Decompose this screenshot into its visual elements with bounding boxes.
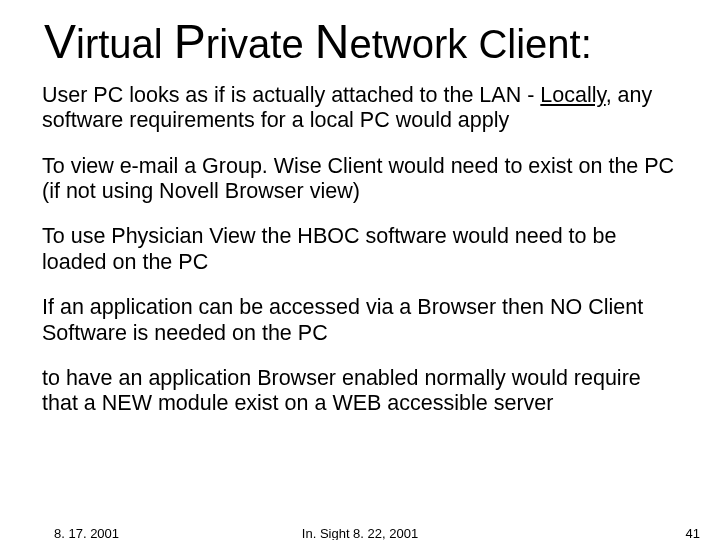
footer-center: In. Sight 8. 22, 2001 bbox=[0, 526, 720, 540]
paragraph-3: To use Physician View the HBOC software … bbox=[42, 224, 678, 275]
paragraph-1: User PC looks as if is actually attached… bbox=[42, 83, 678, 134]
paragraph-2: To view e-mail a Group. Wise Client woul… bbox=[42, 154, 678, 205]
footer-page-number: 41 bbox=[686, 526, 700, 540]
title-part-etwork: etwork Client: bbox=[349, 22, 591, 66]
paragraph-4: If an application can be accessed via a … bbox=[42, 295, 678, 346]
paragraph-5: to have an application Browser enabled n… bbox=[42, 366, 678, 417]
title-big-p: P bbox=[174, 15, 206, 68]
slide-title: Virtual Private Network Client: bbox=[44, 14, 678, 69]
p1-part-b-underline: Locally bbox=[540, 83, 605, 107]
slide: Virtual Private Network Client: User PC … bbox=[0, 0, 720, 540]
title-part-irtual: irtual bbox=[76, 22, 174, 66]
p1-part-a: User PC looks as if is actually attached… bbox=[42, 83, 540, 107]
title-big-n: N bbox=[315, 15, 350, 68]
title-part-rivate: rivate bbox=[206, 22, 315, 66]
title-big-v: V bbox=[44, 15, 76, 68]
